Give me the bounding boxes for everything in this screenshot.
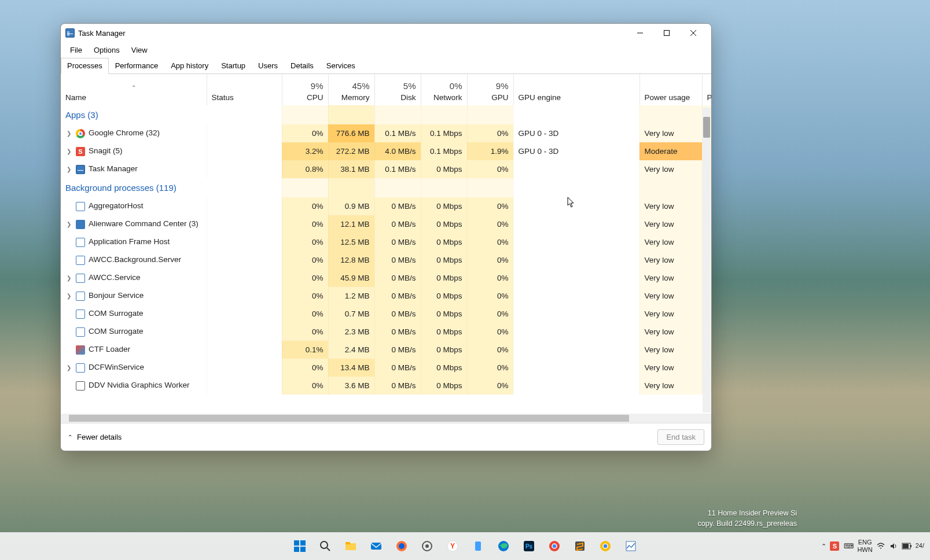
menu-file[interactable]: File	[64, 43, 88, 57]
chrome-icon[interactable]	[543, 535, 566, 558]
minimize-button[interactable]	[627, 24, 653, 42]
horizontal-scrollbar[interactable]	[61, 414, 711, 423]
language-indicator[interactable]: ENGHWN	[857, 539, 872, 554]
firefox-icon[interactable]	[390, 535, 413, 558]
yandex-icon[interactable]: Y	[441, 535, 464, 558]
app-icon-blue[interactable]	[466, 535, 490, 558]
expand-chevron-icon[interactable]: ❯	[65, 275, 72, 281]
menu-options[interactable]: Options	[88, 43, 126, 57]
col-gpu-engine[interactable]: GPU engine	[513, 74, 639, 105]
end-task-button[interactable]: End task	[657, 429, 704, 445]
table-row[interactable]: ❯SSnagit (5) 3.2% 272.2 MB 4.0 MB/s 0.1 …	[61, 142, 711, 160]
mail-icon[interactable]	[365, 535, 388, 558]
fewer-details-toggle[interactable]: ⌃ Fewer details	[68, 433, 122, 441]
gpu-engine-cell	[513, 359, 639, 377]
tray-battery-icon[interactable]	[902, 543, 912, 550]
taskbar[interactable]: Y Ps ⌃ S ⌨ ENGHWN 24/	[0, 532, 930, 560]
tray-keyboard-icon[interactable]: ⌨	[844, 542, 854, 550]
table-row[interactable]: ❯Google Chrome (32) 0% 776.6 MB 0.1 MB/s…	[61, 124, 711, 142]
col-memory[interactable]: 45%Memory	[328, 74, 374, 105]
file-explorer-icon[interactable]	[339, 535, 362, 558]
table-row[interactable]: CTF Loader 0.1% 2.4 MB 0 MB/s 0 Mbps 0% …	[61, 341, 711, 359]
tray-volume-icon[interactable]	[889, 541, 898, 551]
table-row[interactable]: ❯Task Manager 0.8% 38.1 MB 0.1 MB/s 0 Mb…	[61, 160, 711, 178]
photoshop-icon[interactable]: Ps	[517, 535, 541, 558]
col-status[interactable]: Status	[207, 74, 282, 105]
tab-startup[interactable]: Startup	[215, 58, 252, 73]
power-cell: Moderate	[639, 142, 702, 160]
tab-app-history[interactable]: App history	[164, 58, 215, 73]
table-row[interactable]: AggregatorHost 0% 0.9 MB 0 MB/s 0 Mbps 0…	[61, 197, 711, 215]
settings-icon[interactable]	[416, 535, 439, 558]
tray-wifi-icon[interactable]	[876, 541, 885, 551]
gpu-cell: 1.9%	[467, 142, 513, 160]
table-row[interactable]: COM Surrogate 0% 2.3 MB 0 MB/s 0 Mbps 0%…	[61, 323, 711, 341]
cpu-cell: 0%	[282, 269, 328, 287]
menu-view[interactable]: View	[126, 43, 153, 57]
gpu-engine-cell: GPU 0 - 3D	[513, 142, 639, 160]
svg-rect-30	[910, 545, 911, 547]
svg-point-14	[399, 543, 405, 549]
tab-performance[interactable]: Performance	[109, 58, 164, 73]
table-row[interactable]: DDV Nvidia Graphics Worker 0% 3.6 MB 0 M…	[61, 377, 711, 395]
process-name: DCFWinService	[89, 363, 144, 371]
table-row[interactable]: AWCC.Background.Server 0% 12.8 MB 0 MB/s…	[61, 251, 711, 269]
chrome-canary-icon[interactable]	[594, 535, 617, 558]
process-table: ⌃Name Status 9%CPU 45%Memory 5%Disk 0%Ne…	[61, 74, 711, 395]
expand-chevron-icon[interactable]: ❯	[65, 293, 72, 299]
col-power-trend[interactable]: P	[702, 74, 711, 105]
col-network[interactable]: 0%Network	[421, 74, 467, 105]
system-tray: ⌃ S ⌨ ENGHWN 24/	[821, 539, 930, 554]
disk-cell: 0 MB/s	[374, 323, 421, 341]
tray-chevron-icon[interactable]: ⌃	[821, 543, 826, 550]
content-area: ⌃Name Status 9%CPU 45%Memory 5%Disk 0%Ne…	[61, 74, 711, 423]
gpu-cell: 0%	[467, 160, 513, 178]
vertical-scrollbar[interactable]	[703, 108, 711, 412]
col-cpu[interactable]: 9%CPU	[282, 74, 328, 105]
expand-chevron-icon[interactable]: ❯	[65, 148, 72, 154]
disk-cell: 0 MB/s	[374, 359, 421, 377]
tab-details[interactable]: Details	[284, 58, 320, 73]
process-table-wrap[interactable]: ⌃Name Status 9%CPU 45%Memory 5%Disk 0%Ne…	[61, 74, 711, 414]
tab-users[interactable]: Users	[252, 58, 284, 73]
table-row[interactable]: ❯AWCC.Service 0% 45.9 MB 0 MB/s 0 Mbps 0…	[61, 269, 711, 287]
group-header[interactable]: Background processes (119)	[61, 178, 711, 197]
svg-rect-31	[903, 544, 909, 548]
table-row[interactable]: ❯Alienware Command Center (3) 0% 12.1 MB…	[61, 215, 711, 233]
tray-sogou-icon[interactable]: S	[830, 541, 839, 551]
edge-icon[interactable]	[492, 535, 515, 558]
col-disk[interactable]: 5%Disk	[374, 74, 421, 105]
expand-chevron-icon[interactable]: ❯	[65, 166, 72, 172]
vscroll-thumb[interactable]	[703, 117, 710, 138]
table-row[interactable]: Application Frame Host 0% 12.5 MB 0 MB/s…	[61, 233, 711, 251]
titlebar[interactable]: Task Manager	[61, 24, 711, 42]
chevron-up-icon: ⌃	[68, 434, 72, 440]
sublime-icon[interactable]	[568, 535, 591, 558]
clock[interactable]: 24/	[916, 542, 924, 550]
group-header[interactable]: Apps (3)	[61, 105, 711, 124]
tab-services[interactable]: Services	[320, 58, 362, 73]
table-row[interactable]: ❯Bonjour Service 0% 1.2 MB 0 MB/s 0 Mbps…	[61, 287, 711, 305]
process-icon	[76, 256, 85, 265]
task-manager-icon	[76, 165, 85, 174]
col-gpu[interactable]: 9%GPU	[467, 74, 513, 105]
maximize-button[interactable]	[653, 24, 680, 42]
gpu-cell: 0%	[467, 287, 513, 305]
gpu-cell: 0%	[467, 359, 513, 377]
hscroll-thumb[interactable]	[69, 415, 629, 422]
cpu-cell: 0%	[282, 305, 328, 323]
tab-processes[interactable]: Processes	[61, 58, 109, 74]
expand-chevron-icon[interactable]: ❯	[65, 130, 72, 137]
close-button[interactable]	[680, 24, 707, 42]
search-icon[interactable]	[314, 535, 337, 558]
footer: ⌃ Fewer details End task	[61, 423, 711, 451]
table-row[interactable]: ❯DCFWinService 0% 13.4 MB 0 MB/s 0 Mbps …	[61, 359, 711, 377]
table-row[interactable]: COM Surrogate 0% 0.7 MB 0 MB/s 0 Mbps 0%…	[61, 305, 711, 323]
col-power[interactable]: Power usage	[639, 74, 702, 105]
cpu-cell: 0%	[282, 359, 328, 377]
start-button[interactable]	[288, 535, 311, 558]
task-manager-taskbar-icon[interactable]	[619, 535, 642, 558]
expand-chevron-icon[interactable]: ❯	[65, 364, 72, 371]
expand-chevron-icon[interactable]: ❯	[65, 221, 72, 227]
col-name[interactable]: ⌃Name	[61, 74, 207, 105]
